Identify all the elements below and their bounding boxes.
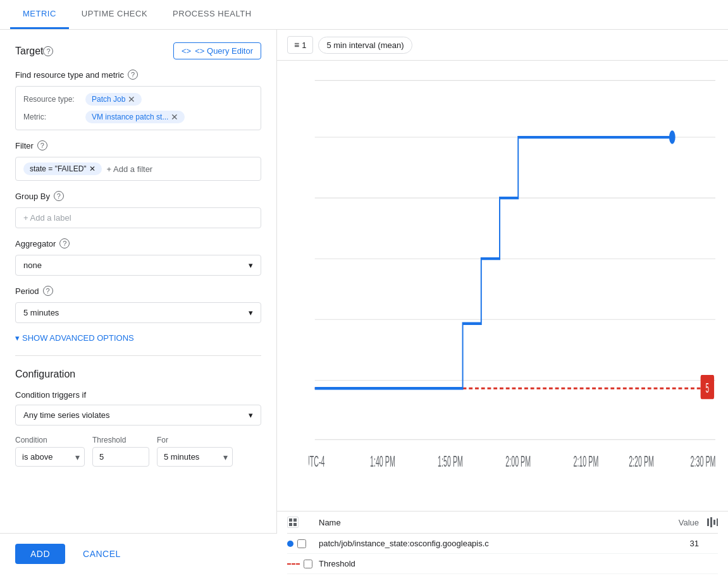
bottom-bar: ADD CANCEL xyxy=(0,533,277,574)
legend-value-header: Value xyxy=(661,518,699,527)
add-button[interactable]: ADD xyxy=(15,544,65,564)
threshold-checkbox[interactable] xyxy=(304,560,312,568)
filter-lines-icon: ≡ xyxy=(294,40,299,50)
resource-type-remove-icon[interactable]: ✕ xyxy=(128,95,135,104)
legend-table: Name Value patch/job/instance_ xyxy=(277,511,728,574)
aggregator-label-row: Aggregator ? xyxy=(15,238,261,248)
period-chevron-icon: ▾ xyxy=(249,308,253,317)
condition-triggers-value: Any time series violates xyxy=(23,410,110,420)
condition-label: Condition xyxy=(15,436,85,444)
table-view-icon[interactable] xyxy=(287,517,299,528)
find-resource-help-icon[interactable]: ? xyxy=(128,70,138,80)
aggregator-dropdown[interactable]: none ▾ xyxy=(15,255,261,276)
aggregator-value: none xyxy=(23,260,42,270)
group-by-label-row: Group By ? xyxy=(15,191,261,201)
chevron-down-icon: ▾ xyxy=(15,333,20,343)
svg-rect-12 xyxy=(710,517,712,527)
chart-container: 35 30 25 20 15 10 0 5 xyxy=(277,61,728,511)
aggregator-help-icon[interactable]: ? xyxy=(59,238,70,248)
add-filter-button[interactable]: + Add a filter xyxy=(107,164,153,174)
aggregator-title: Aggregator xyxy=(15,239,56,248)
x-label-210: 2:10 PM xyxy=(573,453,598,470)
x-label-230: 2:30 PM xyxy=(691,453,715,470)
legend-row-threshold: Threshold xyxy=(287,554,718,574)
filter-help-icon[interactable]: ? xyxy=(37,140,47,150)
period-dropdown[interactable]: 5 minutes ▾ xyxy=(15,302,261,323)
svg-rect-14 xyxy=(717,518,718,526)
svg-rect-9 xyxy=(289,523,292,526)
threshold-input[interactable] xyxy=(92,447,149,467)
svg-rect-10 xyxy=(293,523,297,526)
threshold-group: Threshold xyxy=(92,436,149,467)
for-select-wrapper: 5 minutes ▾ xyxy=(157,447,233,467)
period-help-icon[interactable]: ? xyxy=(43,286,53,296)
legend-metric-icon-col xyxy=(287,539,319,548)
interval-button[interactable]: 5 min interval (mean) xyxy=(318,37,412,54)
group-by-title: Group By xyxy=(15,192,50,201)
threshold-badge-value: 5 xyxy=(706,380,709,395)
filter-box: state = "FAILED" ✕ + Add a filter xyxy=(15,157,261,181)
aggregator-chevron-icon: ▾ xyxy=(249,260,253,270)
resource-fields-box: Resource type: Patch Job ✕ Metric: VM in… xyxy=(15,86,261,130)
show-advanced-button[interactable]: ▾ SHOW ADVANCED OPTIONS xyxy=(15,333,261,343)
tab-process-health[interactable]: PROCESS HEALTH xyxy=(160,0,264,29)
find-resource-text: Find resource type and metric xyxy=(15,70,124,80)
resource-type-chip[interactable]: Patch Job ✕ xyxy=(85,93,142,106)
legend-name-header: Name xyxy=(319,518,661,527)
metric-remove-icon[interactable]: ✕ xyxy=(171,113,178,121)
svg-rect-13 xyxy=(713,520,715,525)
cancel-button[interactable]: CANCEL xyxy=(75,544,128,564)
tab-uptime-check[interactable]: UPTIME CHECK xyxy=(69,0,160,29)
legend-threshold-name: Threshold xyxy=(319,559,661,568)
x-label-220: 2:20 PM xyxy=(629,453,654,470)
legend-metric-value: 31 xyxy=(661,539,699,548)
svg-rect-7 xyxy=(289,518,292,522)
metric-line xyxy=(315,137,672,388)
period-title: Period xyxy=(15,286,39,296)
condition-row: Condition is above ▾ Threshold For 5 min… xyxy=(15,436,261,467)
condition-group: Condition is above ▾ xyxy=(15,436,85,467)
for-select[interactable]: 5 minutes xyxy=(157,447,233,467)
target-title: Target xyxy=(15,46,43,57)
main-layout: Target ? <> <> Query Editor Find resourc… xyxy=(0,30,728,574)
resource-type-value: Patch Job xyxy=(92,95,125,104)
filter-chip-remove-icon[interactable]: ✕ xyxy=(89,164,96,173)
legend-metric-name: patch/job/instance_state:osconfig.google… xyxy=(319,539,661,548)
metric-value: VM instance patch st... xyxy=(92,113,168,121)
find-resource-label: Find resource type and metric ? xyxy=(15,70,261,80)
chart-svg: 35 30 25 20 15 10 0 5 xyxy=(309,67,715,486)
for-group: For 5 minutes ▾ xyxy=(157,436,233,467)
legend-row-metric: patch/job/instance_state:osconfig.google… xyxy=(287,534,718,554)
for-label: For xyxy=(157,436,233,444)
metric-end-dot xyxy=(669,130,676,144)
configuration-title: Configuration xyxy=(15,369,261,380)
metric-checkbox[interactable] xyxy=(297,539,306,548)
condition-triggers-chevron-icon: ▾ xyxy=(249,410,253,420)
condition-select[interactable]: is above xyxy=(15,447,85,467)
tab-metric[interactable]: METRIC xyxy=(10,0,69,29)
legend-cols-button[interactable] xyxy=(699,517,718,528)
legend-icon-col-header xyxy=(287,517,319,528)
left-panel: Target ? <> <> Query Editor Find resourc… xyxy=(0,30,277,574)
period-label-row: Period ? xyxy=(15,286,261,296)
filter-chip-value: state = "FAILED" xyxy=(30,164,87,173)
filter-label-row: Filter ? xyxy=(15,140,261,150)
condition-triggers-label: Condition triggers if xyxy=(15,390,261,400)
condition-triggers-dropdown[interactable]: Any time series violates ▾ xyxy=(15,405,261,426)
filter-chip[interactable]: state = "FAILED" ✕ xyxy=(23,162,102,175)
threshold-color-line xyxy=(287,563,300,565)
target-help-icon[interactable]: ? xyxy=(43,46,53,56)
x-label-200: 2:00 PM xyxy=(505,453,531,470)
x-label-utc: UTC-4 xyxy=(309,453,325,470)
section-divider xyxy=(15,355,261,356)
condition-select-wrapper: is above ▾ xyxy=(15,447,85,467)
svg-rect-11 xyxy=(707,518,709,526)
filter-button[interactable]: ≡ 1 xyxy=(287,36,313,54)
show-advanced-label: SHOW ADVANCED OPTIONS xyxy=(22,333,134,343)
group-by-help-icon[interactable]: ? xyxy=(54,191,64,201)
query-editor-button[interactable]: <> <> Query Editor xyxy=(173,42,261,59)
metric-chip[interactable]: VM instance patch st... ✕ xyxy=(85,111,185,123)
svg-rect-8 xyxy=(293,518,297,522)
top-tabs: METRIC UPTIME CHECK PROCESS HEALTH xyxy=(0,0,728,30)
group-by-box[interactable]: + Add a label xyxy=(15,207,261,228)
